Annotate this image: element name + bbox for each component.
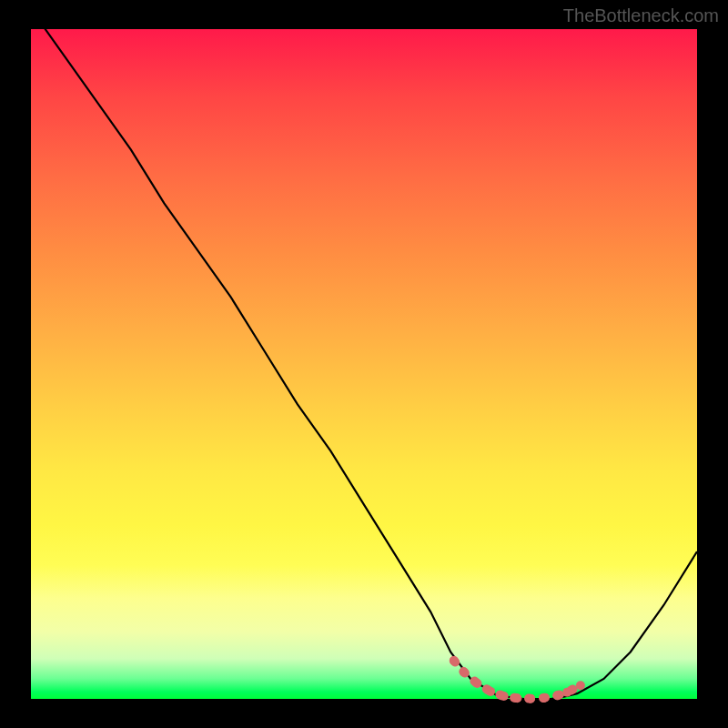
watermark-text: TheBottleneck.com (563, 5, 719, 26)
optimal-range-point (472, 679, 481, 688)
optimal-range-point (540, 693, 549, 703)
optimal-range-point (512, 693, 521, 703)
optimal-range-point (562, 688, 571, 697)
chart-svg (31, 29, 697, 699)
bottleneck-curve (31, 9, 697, 699)
optimal-range-point (500, 692, 509, 701)
optimal-range-point (552, 691, 561, 700)
optimal-range-point (486, 687, 495, 696)
optimal-range-point (460, 668, 469, 677)
optimal-range-line (454, 661, 581, 699)
chart-plot-area (31, 29, 697, 699)
optimal-range-point (576, 681, 585, 690)
optimal-range-point (450, 656, 459, 665)
optimal-range-point (526, 694, 535, 703)
